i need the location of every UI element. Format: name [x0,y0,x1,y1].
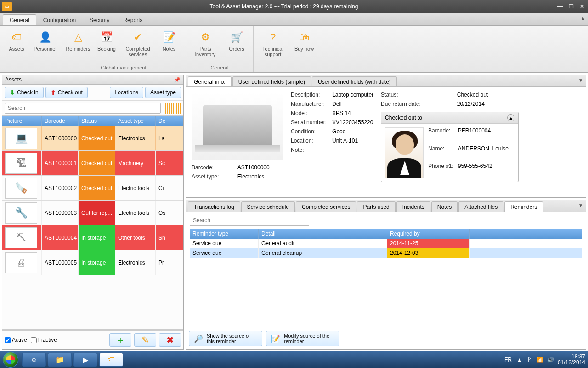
col-barcode[interactable]: Barcode [42,116,79,126]
check-out-button[interactable]: ⬆Check out [45,87,88,98]
tab-incidents[interactable]: Incidents [396,201,430,212]
ribbon-personnel[interactable]: 👤Personnel [31,28,59,64]
col-description[interactable]: De [156,116,175,126]
ribbon-support[interactable]: ?Technical support [256,28,289,64]
asset-location: Unit A-101 [332,138,373,144]
asset-thumbnail: 🪚 [5,178,37,199]
ribbon-parts[interactable]: ⚙Parts inventory [189,28,222,64]
ribbon-booking[interactable]: 📅Booking [93,28,120,64]
person-name: ANDERSON, Louise [458,145,509,161]
cell-reminder-type: Service due [190,239,259,248]
active-checkbox[interactable]: Active [5,337,27,343]
tab-menu-icon[interactable]: ▼ [578,78,583,83]
barcode-icon[interactable] [164,103,181,114]
pin-icon[interactable]: 📌 [174,77,181,83]
reminder-row[interactable]: Service dueGeneral cleanup2014-12-03 [190,248,582,258]
table-row[interactable]: 🔧AST1000003Out for rep...Electric toolsO… [2,201,183,225]
tab-attached-files[interactable]: Attached files [458,201,503,212]
tab-configuration[interactable]: Configuration [36,14,83,25]
tab-completed-services[interactable]: Completed services [296,201,356,212]
person-phone: 959-555-6542 [458,163,509,178]
delete-button[interactable]: ✖ [159,333,181,347]
arrow-out-icon: ⬆ [51,89,56,96]
task-media[interactable]: ▶ [74,353,97,367]
asset-serial: XV12203455220 [332,119,373,126]
ribbon-collapse-icon[interactable]: ▲ [581,16,585,21]
cell-status: In storage [79,250,115,275]
edit-button[interactable]: ✎ [134,333,156,347]
col-reminder-detail[interactable]: Detail [259,229,387,239]
tray-show-hidden-icon[interactable]: ▲ [515,356,524,363]
tab-udf-simple[interactable]: User defined fields (simple) [232,76,311,86]
reminders-search-input[interactable] [190,215,309,226]
tab-service-schedule[interactable]: Service schedule [241,201,295,212]
col-required-by[interactable]: Required by [387,229,470,239]
app-icon: 🏷 [2,2,12,11]
maximize-button[interactable]: ❐ [567,3,575,10]
add-button[interactable]: ＋ [109,333,131,347]
table-row[interactable]: 🏗AST1000001Checked outMachinerySc [2,151,183,176]
tray-clock[interactable]: 18:37 01/12/2014 [558,354,585,366]
ribbon-group-general: General [189,64,250,71]
task-explorer[interactable]: 📁 [48,353,72,367]
start-button[interactable] [3,352,18,368]
assets-search-input[interactable] [5,103,161,114]
col-reminder-type[interactable]: Reminder type [190,229,259,239]
assets-panel: Assets 📌 ⬇Check in ⬆Check out Locations … [2,75,184,350]
tray-volume-icon[interactable]: 🔊 [547,356,554,363]
col-picture[interactable]: Picture [2,116,42,126]
table-row[interactable]: 🖨AST1000005In storageElectronicsPr [2,250,183,275]
assets-panel-title: Assets [5,76,22,83]
tab-general-info[interactable]: General info. [188,76,232,86]
asset-type-button[interactable]: Asset type [145,87,181,98]
asset-condition: Good [332,128,373,135]
ribbon-completed-services[interactable]: ✔Completed services [121,28,154,64]
tab-notes[interactable]: Notes [431,201,458,212]
tray-language[interactable]: FR [504,356,512,363]
table-row[interactable]: 💻AST1000000Checked outElectronicsLa [2,126,183,151]
gear-icon: ⚙ [198,30,213,45]
col-asset-type[interactable]: Asset type [115,116,156,126]
inactive-checkbox[interactable]: Inactive [31,337,57,343]
tab-reminders[interactable]: Reminders [504,201,543,212]
reminder-row[interactable]: Service dueGeneral audit2014-11-25 [190,239,582,248]
help-icon: ? [266,30,280,45]
task-ie[interactable]: e [22,353,46,367]
tab-reports[interactable]: Reports [116,14,149,25]
subtab-menu-icon[interactable]: ▼ [578,203,583,208]
tab-transactions[interactable]: Transactions log [188,201,240,212]
window-titlebar: 🏷 Tool & Asset Manager 2.0 --- Trial per… [0,0,588,13]
warning-icon: △ [71,30,85,45]
col-status[interactable]: Status [79,116,115,126]
assets-horizontal-scrollbar[interactable] [2,329,183,330]
tab-parts-used[interactable]: Parts used [357,201,395,212]
ribbon-orders[interactable]: 🛒Orders [223,28,250,64]
asset-barcode: AST1000000 [237,164,283,171]
cell-status: Checked out [79,176,115,200]
ribbon-notes[interactable]: 📝Notes [155,28,183,64]
close-button[interactable]: ✕ [578,3,586,10]
sub-panel: Transactions log Service schedule Comple… [186,200,586,350]
modify-source-button[interactable]: 📝Modify source of the reminder [266,331,339,346]
table-row[interactable]: ⛏AST1000004In storageOther toolsSh [2,225,183,250]
check-in-button[interactable]: ⬇Check in [5,87,44,98]
tab-general[interactable]: General [3,14,36,25]
tab-udf-date[interactable]: User defined fields (with date) [312,76,397,86]
task-app[interactable]: 🏷 [99,353,123,367]
minimize-button[interactable]: — [556,3,564,10]
show-source-button[interactable]: 🔎Show the source of this reminder [189,331,262,346]
table-row[interactable]: 🪚AST1000002Checked outElectric toolsCi [2,176,183,201]
note-icon: 📝 [162,30,176,45]
tab-security[interactable]: Security [83,14,116,25]
locations-button[interactable]: Locations [110,87,143,98]
asset-thumbnail: ⛏ [5,227,37,248]
collapse-card-icon[interactable]: ▲ [507,114,514,121]
asset-thumbnail: 🔧 [5,202,37,224]
ribbon-buy[interactable]: 🛍Buy now [290,28,318,64]
calendar-icon: 📅 [99,30,114,45]
ribbon-reminders[interactable]: △Reminders [64,28,92,64]
asset-note [332,147,373,153]
ribbon-assets[interactable]: 🏷Assets [3,28,30,64]
tray-network-icon[interactable]: 📶 [537,356,543,363]
tray-flag-icon[interactable]: 🏳 [527,356,533,363]
